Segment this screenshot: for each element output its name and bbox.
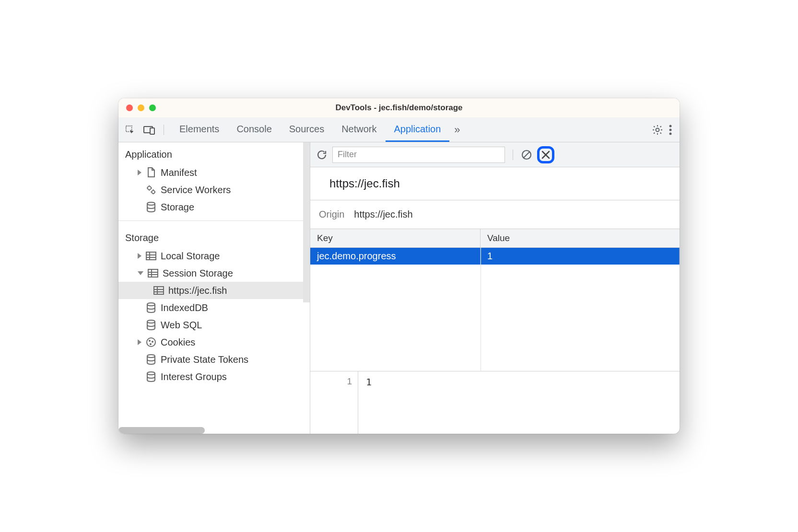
table-body: jec.demo.progress 1 bbox=[310, 248, 680, 371]
sidebar-section-application: Application bbox=[118, 142, 310, 164]
sidebar-item-label: https://jec.fish bbox=[168, 285, 227, 296]
spacer bbox=[138, 305, 141, 311]
svg-point-13 bbox=[147, 303, 155, 306]
value-preview: 1 1 bbox=[310, 371, 680, 434]
svg-rect-10 bbox=[146, 252, 156, 260]
table-header: Key Value bbox=[310, 229, 680, 248]
storage-table: Key Value jec.demo.progress 1 bbox=[310, 229, 680, 371]
spacer bbox=[138, 357, 141, 362]
svg-rect-12 bbox=[154, 287, 164, 294]
cookie-icon bbox=[145, 336, 157, 348]
sidebar-item-label: Web SQL bbox=[161, 320, 202, 331]
svg-point-20 bbox=[147, 372, 155, 375]
filter-input[interactable] bbox=[332, 147, 505, 163]
sidebar-item-label: Storage bbox=[161, 202, 194, 213]
database-icon bbox=[145, 201, 157, 213]
svg-point-14 bbox=[147, 320, 155, 323]
delete-icon[interactable] bbox=[540, 150, 551, 160]
tabs-overflow-button[interactable]: » bbox=[449, 117, 465, 142]
horizontal-scrollbar[interactable] bbox=[118, 427, 205, 434]
devtools-window: DevTools - jec.fish/demo/storage Element… bbox=[118, 98, 680, 434]
origin-row: Origin https://jec.fish bbox=[310, 200, 680, 229]
device-toolbar-icon[interactable] bbox=[141, 122, 157, 138]
svg-point-9 bbox=[147, 202, 155, 205]
minimize-window-button[interactable] bbox=[138, 104, 144, 111]
gears-icon bbox=[145, 184, 157, 196]
svg-point-5 bbox=[669, 128, 672, 131]
table-row[interactable]: jec.demo.progress 1 bbox=[310, 248, 680, 265]
spacer bbox=[138, 322, 141, 328]
origin-title: https://jec.fish bbox=[310, 167, 680, 200]
sidebar[interactable]: Application Manifest Service Workers bbox=[118, 142, 310, 434]
sidebar-item-label: Interest Groups bbox=[161, 371, 227, 382]
cell-value: 1 bbox=[481, 248, 680, 265]
sidebar-item-session-storage-origin[interactable]: https://jec.fish bbox=[118, 282, 310, 299]
disclosure-icon bbox=[138, 271, 143, 275]
spacer bbox=[138, 204, 141, 210]
sidebar-item-websql[interactable]: Web SQL bbox=[118, 316, 310, 334]
tab-list: Elements Console Sources Network Applica… bbox=[171, 117, 465, 142]
highlighted-delete-button bbox=[537, 146, 554, 163]
settings-icon[interactable] bbox=[652, 124, 663, 136]
sidebar-item-manifest[interactable]: Manifest bbox=[118, 164, 310, 181]
origin-value: https://jec.fish bbox=[354, 209, 412, 220]
sidebar-item-label: Cookies bbox=[161, 337, 195, 348]
sidebar-item-indexeddb[interactable]: IndexedDB bbox=[118, 299, 310, 316]
sidebar-item-label: Service Workers bbox=[161, 185, 231, 196]
column-divider bbox=[481, 248, 481, 371]
separator bbox=[164, 125, 164, 135]
database-icon bbox=[145, 302, 157, 313]
svg-point-6 bbox=[669, 132, 672, 135]
content-pane: https://jec.fish Origin https://jec.fish… bbox=[310, 142, 680, 434]
svg-point-4 bbox=[669, 125, 672, 127]
svg-rect-2 bbox=[150, 128, 154, 134]
svg-point-7 bbox=[148, 186, 151, 190]
table-icon bbox=[145, 250, 157, 262]
svg-point-8 bbox=[152, 190, 154, 193]
disclosure-icon bbox=[138, 170, 141, 175]
tab-network[interactable]: Network bbox=[333, 117, 385, 142]
sidebar-item-cookies[interactable]: Cookies bbox=[118, 334, 310, 351]
sidebar-item-service-workers[interactable]: Service Workers bbox=[118, 181, 310, 198]
sidebar-item-local-storage[interactable]: Local Storage bbox=[118, 247, 310, 265]
content-toolbar bbox=[310, 142, 680, 167]
sidebar-item-label: Local Storage bbox=[161, 251, 220, 262]
close-window-button[interactable] bbox=[126, 104, 133, 111]
column-header-key[interactable]: Key bbox=[310, 229, 481, 247]
traffic-lights bbox=[126, 104, 156, 111]
preview-line-number: 1 bbox=[310, 371, 358, 434]
sidebar-item-private-state-tokens[interactable]: Private State Tokens bbox=[118, 351, 310, 368]
column-header-value[interactable]: Value bbox=[481, 229, 680, 247]
divider bbox=[118, 220, 310, 221]
sidebar-item-label: Manifest bbox=[161, 167, 197, 178]
main-area: Application Manifest Service Workers bbox=[118, 142, 680, 434]
clear-all-icon[interactable] bbox=[521, 149, 532, 161]
sidebar-item-storage[interactable]: Storage bbox=[118, 198, 310, 216]
refresh-icon[interactable] bbox=[316, 149, 328, 161]
origin-label: Origin bbox=[319, 209, 344, 220]
more-menu-icon[interactable] bbox=[669, 125, 672, 135]
sidebar-item-interest-groups[interactable]: Interest Groups bbox=[118, 368, 310, 385]
preview-content: 1 bbox=[358, 371, 680, 434]
svg-point-15 bbox=[147, 338, 155, 347]
table-icon bbox=[153, 285, 164, 296]
vertical-scrollbar[interactable] bbox=[303, 142, 310, 302]
tab-sources[interactable]: Sources bbox=[281, 117, 333, 142]
separator bbox=[513, 150, 513, 160]
spacer bbox=[138, 374, 141, 380]
tab-application[interactable]: Application bbox=[386, 117, 450, 142]
svg-point-19 bbox=[147, 355, 155, 358]
spacer bbox=[138, 187, 141, 193]
database-icon bbox=[145, 371, 157, 382]
window-title: DevTools - jec.fish/demo/storage bbox=[126, 103, 672, 113]
tab-elements[interactable]: Elements bbox=[171, 117, 228, 142]
zoom-window-button[interactable] bbox=[149, 104, 156, 111]
inspect-element-icon[interactable] bbox=[122, 122, 138, 138]
titlebar: DevTools - jec.fish/demo/storage bbox=[118, 98, 680, 117]
sidebar-item-label: IndexedDB bbox=[161, 302, 208, 313]
tab-console[interactable]: Console bbox=[228, 117, 280, 142]
sidebar-item-label: Private State Tokens bbox=[161, 354, 248, 365]
sidebar-item-session-storage[interactable]: Session Storage bbox=[118, 265, 310, 282]
sidebar-item-label: Session Storage bbox=[163, 268, 233, 279]
cell-key: jec.demo.progress bbox=[310, 248, 481, 265]
